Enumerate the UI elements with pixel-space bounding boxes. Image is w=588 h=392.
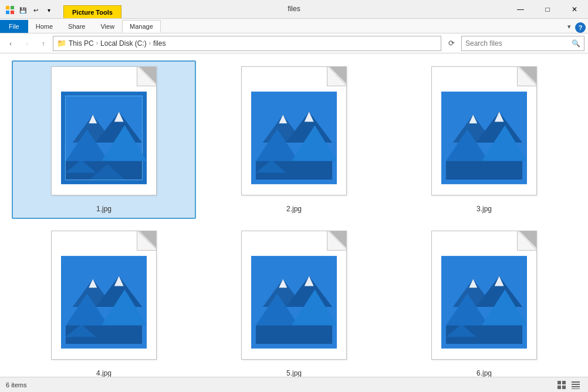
- file-grid: 1.jpg: [0, 53, 588, 377]
- svg-rect-35: [446, 161, 522, 180]
- svg-rect-68: [562, 386, 566, 389]
- path-this-pc[interactable]: This PC: [69, 39, 94, 48]
- file-label: 2.jpg: [286, 205, 302, 213]
- file-page: [431, 66, 537, 195]
- main-content: 1.jpg: [0, 53, 588, 377]
- image-preview: [61, 90, 147, 185]
- search-input[interactable]: [465, 39, 569, 48]
- title-bar: 💾 ↩ ▾ Picture Tools files — □ ✕: [0, 0, 588, 19]
- path-folder-icon: 📁: [57, 39, 66, 48]
- file-icon-wrapper: [425, 66, 543, 201]
- svg-rect-69: [572, 381, 580, 383]
- path-local-disk[interactable]: Local Disk (C:): [100, 39, 147, 48]
- back-button[interactable]: ‹: [4, 36, 18, 50]
- refresh-button[interactable]: ⟳: [444, 36, 459, 51]
- svg-rect-67: [557, 386, 561, 389]
- list-item[interactable]: 2.jpg: [202, 60, 386, 219]
- svg-rect-2: [6, 11, 9, 14]
- image-preview: [441, 90, 527, 185]
- path-files[interactable]: files: [153, 39, 165, 48]
- list-item[interactable]: 1.jpg: [12, 60, 196, 219]
- file-page: [241, 66, 347, 195]
- maximize-button[interactable]: □: [534, 0, 561, 19]
- view-toggle-buttons: [555, 379, 582, 391]
- list-item[interactable]: 3.jpg: [392, 60, 576, 219]
- window-icon: [5, 5, 15, 15]
- file-icon-wrapper: [45, 231, 163, 366]
- save-icon[interactable]: 💾: [18, 5, 28, 15]
- close-button[interactable]: ✕: [561, 0, 588, 19]
- window-controls: — □ ✕: [507, 0, 588, 19]
- tab-view[interactable]: View: [93, 20, 122, 33]
- svg-rect-72: [572, 388, 580, 389]
- svg-rect-71: [572, 386, 580, 387]
- list-item[interactable]: 4.jpg: [12, 225, 196, 377]
- tab-file[interactable]: File: [0, 20, 28, 33]
- large-icon-view-button[interactable]: [555, 379, 568, 391]
- path-sep-1: ›: [96, 40, 98, 46]
- file-label: 3.jpg: [477, 205, 492, 213]
- details-view-button[interactable]: [569, 379, 582, 391]
- file-label: 6.jpg: [477, 369, 492, 377]
- file-label: 5.jpg: [286, 369, 302, 377]
- svg-rect-54: [256, 325, 332, 344]
- ribbon-tabs: File Home Share View Manage ▾ ?: [0, 19, 588, 33]
- up-button[interactable]: ↑: [36, 36, 50, 50]
- file-page: [241, 231, 347, 360]
- status-count: 6 items: [6, 381, 26, 388]
- status-bar: 6 items: [0, 377, 588, 392]
- file-page: [51, 231, 157, 360]
- ribbon: File Home Share View Manage ▾ ?: [0, 19, 588, 33]
- minimize-button[interactable]: —: [507, 0, 534, 19]
- list-item[interactable]: 6.jpg: [392, 225, 576, 377]
- image-preview: [441, 255, 527, 350]
- ribbon-expand-icon[interactable]: ▾: [563, 20, 575, 33]
- image-preview: [61, 255, 147, 350]
- window-title: files: [288, 5, 300, 13]
- svg-rect-0: [6, 6, 9, 9]
- tab-share[interactable]: Share: [60, 20, 93, 33]
- context-tab-area: Picture Tools: [63, 5, 121, 18]
- path-sep-2: ›: [149, 40, 151, 46]
- tab-manage[interactable]: Manage: [122, 20, 161, 33]
- svg-rect-65: [557, 381, 561, 384]
- file-icon-wrapper: [235, 231, 353, 366]
- undo-icon[interactable]: ↩: [31, 5, 41, 15]
- svg-rect-70: [572, 384, 580, 385]
- address-path[interactable]: 📁 This PC › Local Disk (C:) › files: [53, 36, 441, 51]
- svg-rect-66: [562, 381, 566, 384]
- forward-button[interactable]: ›: [20, 36, 34, 50]
- file-label: 4.jpg: [96, 369, 111, 377]
- list-item[interactable]: 5.jpg: [202, 225, 386, 377]
- tab-home[interactable]: Home: [28, 20, 60, 33]
- svg-rect-3: [11, 11, 14, 14]
- file-icon-wrapper: [45, 66, 163, 201]
- image-preview: [251, 255, 337, 350]
- quick-access-toolbar: 💾 ↩ ▾: [5, 5, 54, 15]
- file-page: [51, 66, 157, 195]
- file-icon-wrapper: [235, 66, 353, 201]
- picture-tools-tab[interactable]: Picture Tools: [63, 5, 121, 18]
- search-icon: 🔍: [572, 39, 580, 48]
- address-bar: ‹ › ↑ 📁 This PC › Local Disk (C:) › file…: [0, 33, 588, 53]
- file-icon-wrapper: [425, 231, 543, 366]
- file-page: [431, 231, 537, 360]
- quick-access-dropdown-icon[interactable]: ▾: [43, 5, 54, 15]
- file-label: 1.jpg: [96, 205, 111, 213]
- svg-rect-1: [11, 6, 14, 9]
- search-box[interactable]: 🔍: [461, 36, 584, 51]
- help-button[interactable]: ?: [575, 22, 586, 33]
- image-preview: [251, 90, 337, 185]
